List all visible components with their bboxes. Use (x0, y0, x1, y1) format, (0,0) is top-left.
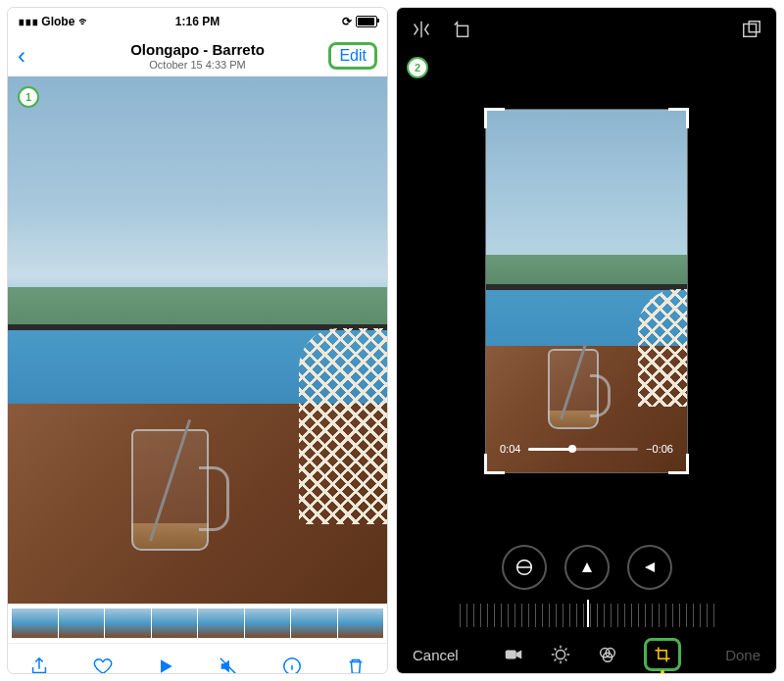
ruler-indicator (587, 600, 589, 627)
elapsed-label: 0:04 (500, 443, 520, 455)
nav-bar: ‹ Olongapo - Barreto October 15 4:33 PM … (8, 35, 387, 76)
edit-bottom-bar: Cancel Done (397, 627, 776, 673)
bottom-toolbar (8, 643, 387, 673)
crop-handle-tr[interactable] (668, 108, 689, 128)
straighten-controls (397, 531, 776, 604)
crop-frame[interactable]: 0:04 −0:06 (485, 109, 688, 473)
edit-top-bar (397, 8, 776, 51)
cancel-button[interactable]: Cancel (413, 647, 459, 663)
scrubber-track[interactable] (528, 448, 638, 451)
nav-title: Olongapo - Barreto October 15 4:33 PM (130, 41, 265, 71)
mute-icon[interactable] (218, 656, 239, 673)
adjust-tab-icon[interactable] (550, 644, 571, 665)
crop-stage: 2 0:04 −0:06 (397, 51, 776, 531)
status-right: ⟳ (342, 15, 377, 28)
video-tab-icon[interactable] (503, 644, 524, 665)
play-icon[interactable] (156, 657, 175, 673)
crop-tab-icon[interactable] (644, 638, 681, 671)
status-bar: ∎∎∎ Globe ᯤ 1:16 PM ⟳ (8, 8, 387, 35)
svg-rect-2 (458, 25, 468, 36)
vertical-perspective-icon[interactable] (564, 545, 610, 590)
location-label: Olongapo - Barreto (130, 41, 265, 58)
crop-handle-tl[interactable] (484, 108, 505, 128)
clock-label: 1:16 PM (175, 15, 220, 28)
info-icon[interactable] (281, 656, 303, 673)
video-filmstrip[interactable] (8, 604, 387, 643)
rotate-icon[interactable] (452, 19, 473, 40)
heart-icon[interactable] (92, 656, 114, 673)
date-label: October 15 4:33 PM (130, 59, 265, 71)
svg-rect-7 (506, 650, 516, 658)
straighten-horizon-icon[interactable] (502, 545, 547, 590)
step-badge-2: 2 (407, 57, 428, 78)
share-icon[interactable] (28, 656, 50, 673)
filters-tab-icon[interactable] (597, 644, 618, 665)
photos-viewer-screen: ∎∎∎ Globe ᯤ 1:16 PM ⟳ ‹ Olongapo - Barre… (8, 8, 387, 673)
crop-handle-bl[interactable] (484, 454, 505, 474)
aspect-icon[interactable] (741, 19, 762, 40)
edit-mode-tabs (503, 638, 681, 671)
step-badge-1: 1 (18, 86, 39, 108)
crop-handle-br[interactable] (668, 454, 689, 474)
svg-rect-4 (749, 22, 760, 32)
photo-preview[interactable]: 1 (8, 76, 387, 604)
angle-ruler[interactable] (397, 604, 776, 627)
scrubber-knob[interactable] (568, 445, 576, 453)
trash-icon[interactable] (345, 656, 367, 673)
video-edit-screen: 2 0:04 −0:06 (397, 8, 776, 673)
svg-rect-3 (744, 24, 757, 37)
edit-button[interactable]: Edit (328, 42, 377, 70)
done-button[interactable]: Done (725, 647, 760, 663)
remain-label: −0:06 (646, 443, 673, 455)
back-chevron-icon[interactable]: ‹ (18, 42, 25, 70)
svg-point-8 (556, 650, 564, 658)
horizontal-perspective-icon[interactable] (627, 545, 672, 590)
video-scrubber[interactable]: 0:04 −0:06 (500, 443, 673, 455)
carrier-label: ∎∎∎ Globe ᯤ (18, 15, 90, 28)
flip-icon[interactable] (411, 19, 432, 40)
